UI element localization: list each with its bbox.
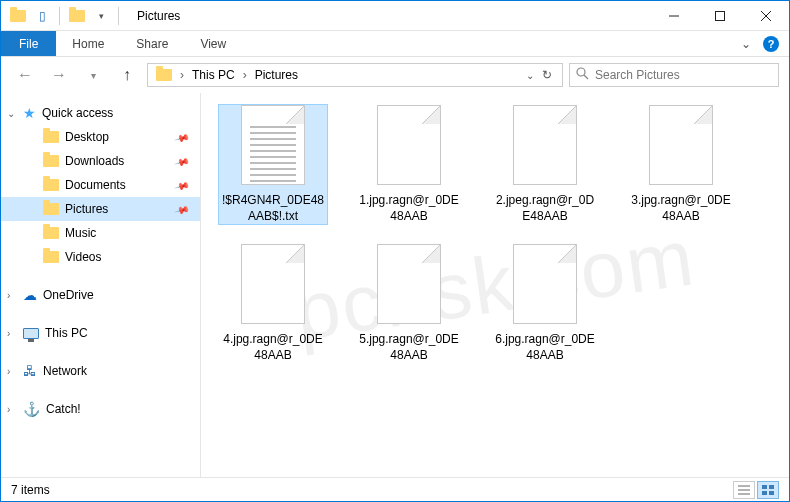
quick-access-toolbar: ▯ ▾ <box>1 5 129 27</box>
breadcrumb-segment[interactable]: This PC <box>188 68 239 82</box>
titlebar: ▯ ▾ Pictures <box>1 1 789 31</box>
svg-line-5 <box>584 75 588 79</box>
pin-icon: 📌 <box>174 201 190 217</box>
explorer-window: ▯ ▾ Pictures File Home Share View ⌄ ? ← … <box>0 0 790 502</box>
folder-icon <box>43 179 59 191</box>
sidebar-item-label: Catch! <box>46 402 81 416</box>
sidebar-item-desktop[interactable]: Desktop📌 <box>1 125 200 149</box>
sidebar-item-label: Downloads <box>65 154 124 168</box>
svg-rect-9 <box>762 485 767 489</box>
help-icon[interactable]: ? <box>763 36 779 52</box>
breadcrumb[interactable]: › This PC › Pictures ⌄ ↻ <box>147 63 563 87</box>
sidebar-item-catch-[interactable]: ›⚓Catch! <box>1 397 200 421</box>
sidebar-item-this-pc[interactable]: ›This PC <box>1 321 200 345</box>
navigation-pane[interactable]: ⌄ ★ Quick access Desktop📌Downloads📌Docum… <box>1 93 201 477</box>
maximize-button[interactable] <box>697 1 743 31</box>
file-item[interactable]: 3.jpg.ragn@r_0DE48AAB <box>627 105 735 224</box>
sidebar-item-label: Pictures <box>65 202 108 216</box>
file-name: 1.jpg.ragn@r_0DE48AAB <box>355 193 463 224</box>
icons-view-button[interactable] <box>757 481 779 499</box>
file-name: 3.jpg.ragn@r_0DE48AAB <box>627 193 735 224</box>
blank-file-icon <box>649 105 713 185</box>
ribbon-tab-home[interactable]: Home <box>56 31 120 56</box>
monitor-icon <box>23 328 39 339</box>
close-button[interactable] <box>743 1 789 31</box>
chevron-right-icon[interactable]: › <box>7 366 10 377</box>
file-item[interactable]: 1.jpg.ragn@r_0DE48AAB <box>355 105 463 224</box>
sidebar-item-videos[interactable]: Videos <box>1 245 200 269</box>
window-title: Pictures <box>129 9 651 23</box>
sidebar-item-pictures[interactable]: Pictures📌 <box>1 197 200 221</box>
properties-icon[interactable]: ▯ <box>31 5 53 27</box>
body: ⌄ ★ Quick access Desktop📌Downloads📌Docum… <box>1 93 789 477</box>
blank-file-icon <box>377 105 441 185</box>
search-input[interactable]: Search Pictures <box>569 63 779 87</box>
network-icon: 🖧 <box>23 363 37 379</box>
breadcrumb-dropdown-icon[interactable]: ⌄ <box>526 70 534 81</box>
ribbon-collapse-icon[interactable]: ⌄ <box>741 37 751 51</box>
sidebar-item-label: Music <box>65 226 96 240</box>
chevron-right-icon[interactable]: › <box>7 290 10 301</box>
status-text: 7 items <box>11 483 50 497</box>
folder-icon <box>7 5 29 27</box>
status-bar: 7 items <box>1 477 789 501</box>
file-name: 5.jpg.ragn@r_0DE48AAB <box>355 332 463 363</box>
cloud-icon: ☁ <box>23 287 37 303</box>
file-name: !$R4GN4R_0DE48AAB$!.txt <box>219 193 327 224</box>
folder-icon <box>66 5 88 27</box>
chevron-right-icon[interactable]: › <box>178 68 186 82</box>
sidebar-item-documents[interactable]: Documents📌 <box>1 173 200 197</box>
chevron-down-icon[interactable]: ⌄ <box>7 108 15 119</box>
separator <box>59 7 60 25</box>
svg-point-4 <box>577 68 585 76</box>
refresh-icon[interactable]: ↻ <box>542 68 552 82</box>
quick-access-label: Quick access <box>42 106 113 120</box>
sidebar-item-label: OneDrive <box>43 288 94 302</box>
blank-file-icon <box>513 105 577 185</box>
file-item[interactable]: 5.jpg.ragn@r_0DE48AAB <box>355 244 463 363</box>
sidebar-item-music[interactable]: Music <box>1 221 200 245</box>
blank-file-icon <box>513 244 577 324</box>
details-view-button[interactable] <box>733 481 755 499</box>
ribbon: File Home Share View ⌄ ? <box>1 31 789 57</box>
recent-dropdown[interactable]: ▾ <box>79 61 107 89</box>
search-placeholder: Search Pictures <box>595 68 680 82</box>
breadcrumb-root-icon[interactable] <box>152 69 176 81</box>
ribbon-tab-share[interactable]: Share <box>120 31 184 56</box>
file-name: 4.jpg.ragn@r_0DE48AAB <box>219 332 327 363</box>
window-controls <box>651 1 789 31</box>
file-name: 6.jpg.ragn@r_0DE48AAB <box>491 332 599 363</box>
file-item[interactable]: !$R4GN4R_0DE48AAB$!.txt <box>219 105 327 224</box>
ribbon-file-tab[interactable]: File <box>1 31 56 56</box>
chevron-right-icon[interactable]: › <box>7 328 10 339</box>
ribbon-tab-view[interactable]: View <box>184 31 242 56</box>
qat-dropdown-icon[interactable]: ▾ <box>90 5 112 27</box>
folder-icon <box>43 227 59 239</box>
sidebar-item-downloads[interactable]: Downloads📌 <box>1 149 200 173</box>
separator <box>118 7 119 25</box>
file-item[interactable]: 4.jpg.ragn@r_0DE48AAB <box>219 244 327 363</box>
file-item[interactable]: 6.jpg.ragn@r_0DE48AAB <box>491 244 599 363</box>
folder-icon <box>43 251 59 263</box>
address-bar: ← → ▾ ↑ › This PC › Pictures ⌄ ↻ Search … <box>1 57 789 93</box>
file-item[interactable]: 2.jpeg.ragn@r_0DE48AAB <box>491 105 599 224</box>
pin-icon: 📌 <box>174 153 190 169</box>
quick-access-header[interactable]: ⌄ ★ Quick access <box>1 101 200 125</box>
forward-button[interactable]: → <box>45 61 73 89</box>
sidebar-item-network[interactable]: ›🖧Network <box>1 359 200 383</box>
sidebar-item-onedrive[interactable]: ›☁OneDrive <box>1 283 200 307</box>
sidebar-item-label: This PC <box>45 326 88 340</box>
back-button[interactable]: ← <box>11 61 39 89</box>
breadcrumb-segment[interactable]: Pictures <box>251 68 302 82</box>
chevron-right-icon[interactable]: › <box>7 404 10 415</box>
chevron-right-icon[interactable]: › <box>241 68 249 82</box>
svg-rect-11 <box>762 491 767 495</box>
hook-icon: ⚓ <box>23 401 40 417</box>
search-icon <box>576 67 589 83</box>
file-list[interactable]: pcrisk.com !$R4GN4R_0DE48AAB$!.txt1.jpg.… <box>201 93 789 477</box>
file-name: 2.jpeg.ragn@r_0DE48AAB <box>491 193 599 224</box>
folder-icon <box>43 203 59 215</box>
minimize-button[interactable] <box>651 1 697 31</box>
star-icon: ★ <box>23 105 36 121</box>
up-button[interactable]: ↑ <box>113 61 141 89</box>
